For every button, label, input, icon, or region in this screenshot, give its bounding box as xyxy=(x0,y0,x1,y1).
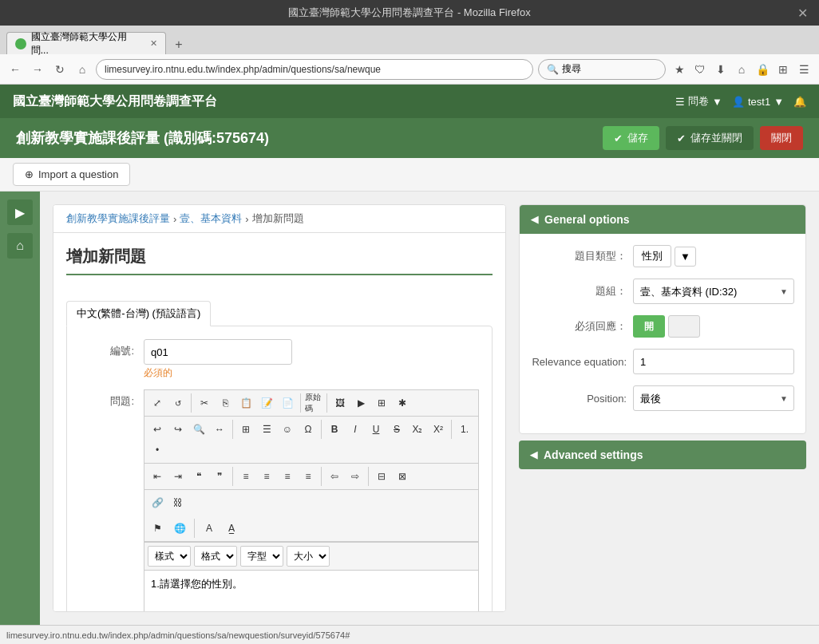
source-btn[interactable]: ↺ xyxy=(168,393,188,413)
question-type-dropdown[interactable]: ▼ xyxy=(675,247,696,267)
copy-btn[interactable]: ⎘ xyxy=(216,393,235,413)
format-select[interactable]: 格式 xyxy=(194,546,237,567)
home-nav-icon[interactable]: ⌂ xyxy=(733,61,750,78)
smiley-btn[interactable]: ☺ xyxy=(278,420,297,439)
new-tab-button[interactable]: + xyxy=(169,35,188,54)
div-btn[interactable]: ❞ xyxy=(210,467,229,486)
strike-btn[interactable]: S xyxy=(387,420,406,439)
bold-btn[interactable]: B xyxy=(325,420,344,439)
mandatory-toggle[interactable]: 開 xyxy=(633,315,665,338)
toolbar-sep-3 xyxy=(326,393,327,413)
superscript-btn[interactable]: X² xyxy=(429,420,448,439)
save-button[interactable]: ✔ 儲存 xyxy=(603,126,659,150)
paste-word-btn[interactable]: 📄 xyxy=(278,393,297,413)
link-btn[interactable]: 🔗 xyxy=(148,493,167,512)
style-select[interactable]: 樣式 xyxy=(148,546,191,567)
flash-btn[interactable]: ▶ xyxy=(351,393,370,413)
table-btn2[interactable]: ⊞ xyxy=(372,393,391,413)
editor-format-bar: 樣式 格式 字型 大小 xyxy=(144,542,479,570)
breadcrumb-group-link[interactable]: 壹、基本資料 xyxy=(180,211,242,226)
source-code-btn[interactable]: 原始碼 xyxy=(304,393,323,413)
security-icon[interactable]: 🔒 xyxy=(754,61,771,78)
save-close-button[interactable]: ✔ 儲存並關閉 xyxy=(666,126,754,150)
table-insert-btn[interactable]: ⊞ xyxy=(236,420,255,439)
unlink-btn[interactable]: ⛓ xyxy=(168,493,188,512)
browser-close-button[interactable]: ✕ xyxy=(795,6,809,20)
download-icon[interactable]: ⬇ xyxy=(712,61,730,78)
code-input[interactable] xyxy=(144,339,292,365)
italic-btn[interactable]: I xyxy=(346,420,365,439)
general-options-label: General options xyxy=(544,213,630,226)
sidebar-home-button[interactable]: ⌂ xyxy=(7,233,33,259)
breadcrumb-sep1: › xyxy=(173,213,176,225)
blockquote-btn[interactable]: ❝ xyxy=(189,467,208,486)
browser-tab[interactable]: 國立臺灣師範大學公用問... ✕ xyxy=(6,32,166,54)
user-menu-item[interactable]: 👤 test1 ▼ xyxy=(732,96,784,108)
image-btn[interactable]: 🖼 xyxy=(330,393,350,413)
back-button[interactable]: ← xyxy=(6,61,24,78)
special-btn[interactable]: ✱ xyxy=(393,393,412,413)
dir-ltr-btn[interactable]: ⇦ xyxy=(325,467,344,486)
dir-rtl-btn[interactable]: ⇨ xyxy=(346,467,365,486)
align-justify-btn[interactable]: ≡ xyxy=(299,467,318,486)
indent-more-btn[interactable]: ⇥ xyxy=(168,467,188,486)
list-ul-btn[interactable]: • xyxy=(148,441,167,460)
address-bar[interactable]: limesurvey.iro.ntnu.edu.tw/index.php/adm… xyxy=(96,59,533,80)
cut-btn[interactable]: ✂ xyxy=(195,393,214,413)
paste-btn[interactable]: 📋 xyxy=(236,393,255,413)
undo-btn[interactable]: ↩ xyxy=(148,420,167,439)
shield-icon[interactable]: 🛡 xyxy=(691,61,709,78)
close-button[interactable]: 關閉 xyxy=(760,126,803,150)
extension-icon[interactable]: ⊞ xyxy=(774,61,792,78)
search-bar[interactable]: 🔍 搜尋 xyxy=(538,59,666,80)
font-select[interactable]: 字型 xyxy=(240,546,283,567)
mandatory-toggle-off[interactable] xyxy=(668,315,700,338)
paste-text-btn[interactable]: 📝 xyxy=(257,393,276,413)
tab-close-icon[interactable]: ✕ xyxy=(150,38,157,49)
language-tab[interactable]: 中文(繁體-台灣) (預設語言) xyxy=(66,301,211,326)
align-left2-btn[interactable]: ≡ xyxy=(236,467,255,486)
flag-btn[interactable]: ⚑ xyxy=(148,519,167,538)
special-char-btn[interactable]: Ω xyxy=(299,420,318,439)
replace-btn[interactable]: ↔ xyxy=(210,420,229,439)
bg-color-btn[interactable]: A̲ xyxy=(222,519,241,538)
align-center-btn[interactable]: ≡ xyxy=(257,467,276,486)
position-select[interactable]: 最後 xyxy=(633,385,794,411)
find-btn[interactable]: 🔍 xyxy=(189,420,208,439)
page-break-btn[interactable]: ⊟ xyxy=(372,467,391,486)
editor-body[interactable]: 1.請選擇您的性別。 xyxy=(144,570,479,612)
home-button[interactable]: ⌂ xyxy=(73,61,91,78)
maximize-btn[interactable]: ⤢ xyxy=(148,393,167,413)
survey-menu-item[interactable]: ☰ 問卷 ▼ xyxy=(675,94,722,109)
subscript-btn[interactable]: X₂ xyxy=(408,420,427,439)
question-group-select[interactable]: 壹、基本資料 (ID:32) xyxy=(633,279,794,304)
question-type-value[interactable]: 性別 xyxy=(633,245,671,267)
app-title: 國立臺灣師範大學公用問卷調查平台 xyxy=(13,93,217,110)
relevance-input[interactable] xyxy=(633,349,794,374)
align-left-btn[interactable]: ☰ xyxy=(257,420,276,439)
form-content: 編號: 必須的 問題: ⤢ ↺ xyxy=(66,326,493,612)
list-ol-btn[interactable]: 1. xyxy=(455,420,474,439)
forward-button[interactable]: → xyxy=(29,61,46,78)
breadcrumb: 創新教學實施課後評量 › 壹、基本資料 › 增加新問題 xyxy=(53,205,505,233)
import-label: Import a question xyxy=(38,168,118,180)
size-select[interactable]: 大小 xyxy=(287,546,330,567)
sidebar-toggle-button[interactable]: ▶ xyxy=(7,200,33,225)
notification-icon[interactable]: 🔔 xyxy=(793,96,806,108)
align-right-btn[interactable]: ≡ xyxy=(278,467,297,486)
reload-button[interactable]: ↻ xyxy=(51,61,69,78)
font-color-btn[interactable]: A xyxy=(200,519,219,538)
show-blocks-btn[interactable]: ⊠ xyxy=(393,467,412,486)
advanced-settings-header[interactable]: ◀ Advanced settings xyxy=(519,441,806,469)
underline-btn[interactable]: U xyxy=(366,420,386,439)
lang-btn[interactable]: 🌐 xyxy=(170,519,189,538)
menu-icon[interactable]: ☰ xyxy=(795,61,813,78)
general-options-header[interactable]: ◀ General options xyxy=(520,205,805,234)
bookmark-icon[interactable]: ★ xyxy=(671,61,688,78)
import-question-button[interactable]: ⊕ Import a question xyxy=(13,163,130,186)
redo-btn[interactable]: ↪ xyxy=(168,420,188,439)
breadcrumb-survey-link[interactable]: 創新教學實施課後評量 xyxy=(66,211,170,226)
survey-title: 創新教學實施課後評量 (識別碼:575674) xyxy=(16,128,269,148)
indent-less-btn[interactable]: ⇤ xyxy=(148,467,167,486)
nav-icons: ★ 🛡 ⬇ ⌂ 🔒 ⊞ ☰ xyxy=(671,61,813,78)
